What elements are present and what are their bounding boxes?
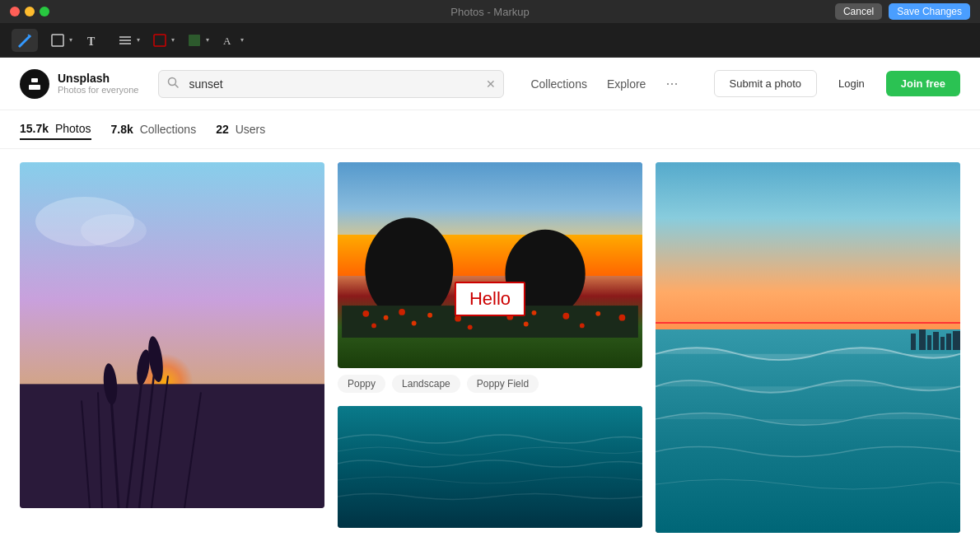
- photo-item-ocean-sunset[interactable]: [656, 162, 960, 533]
- nav-actions: Submit a photo Login Join free: [714, 70, 960, 97]
- svg-rect-48: [933, 332, 939, 350]
- svg-point-28: [362, 310, 369, 316]
- svg-point-35: [532, 310, 537, 315]
- collections-link[interactable]: Collections: [530, 77, 586, 91]
- shape-tool-button[interactable]: [44, 29, 71, 52]
- svg-rect-12: [20, 384, 324, 508]
- svg-text:A: A: [223, 35, 231, 47]
- svg-text:T: T: [87, 35, 96, 48]
- svg-point-38: [619, 314, 626, 320]
- photo-tags: Poppy Landscape Poppy Field: [338, 368, 642, 393]
- search-clear-icon[interactable]: ✕: [486, 77, 496, 91]
- photos-tab[interactable]: 15.7k Photos: [20, 122, 91, 140]
- font-group: A ▾: [216, 29, 244, 52]
- svg-rect-51: [953, 331, 960, 350]
- collections-label: Collections: [140, 123, 196, 136]
- photo-column-left: [20, 162, 324, 533]
- svg-rect-46: [919, 329, 926, 350]
- logo-area[interactable]: Unsplash Photos for everyone: [20, 69, 138, 99]
- svg-point-37: [595, 310, 600, 315]
- more-nav-icon[interactable]: ···: [665, 75, 678, 92]
- fill-color-button[interactable]: [181, 29, 208, 52]
- svg-line-11: [175, 85, 179, 88]
- svg-point-43: [580, 323, 585, 328]
- search-icon: [167, 77, 179, 91]
- title-bar: Photos - Markup Cancel Save Changes: [0, 0, 980, 23]
- app-name: Photos: [450, 6, 483, 18]
- font-button[interactable]: A: [216, 29, 242, 52]
- brand-name: Unsplash: [58, 72, 138, 86]
- join-free-button[interactable]: Join free: [886, 71, 960, 96]
- tag-poppy[interactable]: Poppy: [338, 375, 385, 393]
- svg-point-36: [562, 312, 569, 319]
- photos-label: Photos: [55, 122, 91, 135]
- logo-text: Unsplash Photos for everyone: [58, 72, 138, 96]
- markup-toolbar: ▾ T ▾ ▾ ▾: [0, 23, 980, 58]
- svg-rect-5: [154, 35, 166, 46]
- title-actions: Cancel Save Changes: [835, 3, 970, 20]
- pen-tool-button[interactable]: [12, 29, 38, 52]
- text-tool-button[interactable]: T: [79, 29, 105, 52]
- minimize-button[interactable]: [25, 7, 35, 16]
- photo-column-right: [656, 162, 960, 533]
- users-label: Users: [236, 123, 266, 136]
- svg-point-29: [384, 315, 389, 320]
- submit-photo-button[interactable]: Submit a photo: [714, 70, 817, 97]
- collections-tab[interactable]: 7.8k Collections: [111, 123, 197, 139]
- border-color-group: ▾: [147, 29, 175, 52]
- explore-link[interactable]: Explore: [607, 77, 646, 91]
- svg-rect-44: [338, 406, 642, 528]
- login-button[interactable]: Login: [827, 71, 876, 96]
- lines-tool-button[interactable]: [112, 29, 138, 52]
- app-content: Unsplash Photos for everyone ✕ Collectio…: [0, 58, 980, 560]
- svg-point-30: [399, 309, 405, 315]
- svg-rect-6: [189, 35, 200, 46]
- photo-item-poppy-sunset[interactable]: Hello: [338, 162, 642, 368]
- photos-count: 15.7k: [20, 122, 49, 135]
- svg-rect-47: [927, 335, 931, 350]
- photo-item-teal-ocean[interactable]: [338, 406, 642, 528]
- hello-annotation: Hello: [455, 282, 525, 316]
- tag-poppy-field[interactable]: Poppy Field: [467, 375, 539, 393]
- center-top-wrapper: Hello Poppy Landscape Poppy Field: [338, 162, 642, 393]
- window-title: Photos - Markup: [450, 6, 529, 18]
- svg-rect-9: [29, 85, 40, 90]
- photo-grid: Hello Poppy Landscape Poppy Field: [0, 149, 980, 546]
- close-button[interactable]: [10, 7, 20, 16]
- users-count: 22: [216, 123, 229, 136]
- svg-rect-49: [940, 337, 945, 350]
- svg-rect-0: [52, 35, 63, 46]
- svg-point-42: [524, 321, 529, 326]
- red-line-annotation: [656, 322, 960, 324]
- title-separator: -: [487, 6, 493, 18]
- traffic-lights: [10, 7, 49, 16]
- cancel-button[interactable]: Cancel: [835, 3, 882, 20]
- users-tab[interactable]: 22 Users: [216, 123, 265, 139]
- unsplash-logo: [20, 69, 49, 99]
- svg-point-40: [412, 320, 417, 325]
- svg-rect-45: [911, 334, 916, 350]
- collections-count: 7.8k: [111, 123, 133, 136]
- search-bar: ✕: [158, 70, 504, 98]
- fill-color-group: ▾: [181, 29, 209, 52]
- svg-rect-50: [946, 334, 951, 350]
- svg-point-41: [468, 324, 473, 329]
- mode-name: Markup: [493, 6, 529, 18]
- svg-point-31: [427, 312, 432, 317]
- lines-tool-group: ▾: [112, 29, 140, 52]
- photo-item-sunset-grass[interactable]: [20, 162, 324, 508]
- photo-column-center: Hello Poppy Landscape Poppy Field: [338, 162, 642, 533]
- shape-tool-group: ▾: [44, 29, 72, 52]
- tag-landscape[interactable]: Landscape: [392, 375, 460, 393]
- maximize-button[interactable]: [40, 7, 49, 16]
- save-changes-button[interactable]: Save Changes: [889, 3, 970, 20]
- svg-rect-8: [31, 78, 38, 82]
- brand-tagline: Photos for everyone: [58, 85, 138, 96]
- results-bar: 15.7k Photos 7.8k Collections 22 Users: [0, 110, 980, 149]
- border-color-button[interactable]: [147, 29, 173, 52]
- search-input[interactable]: [158, 70, 504, 98]
- nav-bar: Unsplash Photos for everyone ✕ Collectio…: [0, 58, 980, 110]
- svg-point-39: [371, 323, 376, 328]
- nav-links: Collections Explore ···: [530, 75, 678, 92]
